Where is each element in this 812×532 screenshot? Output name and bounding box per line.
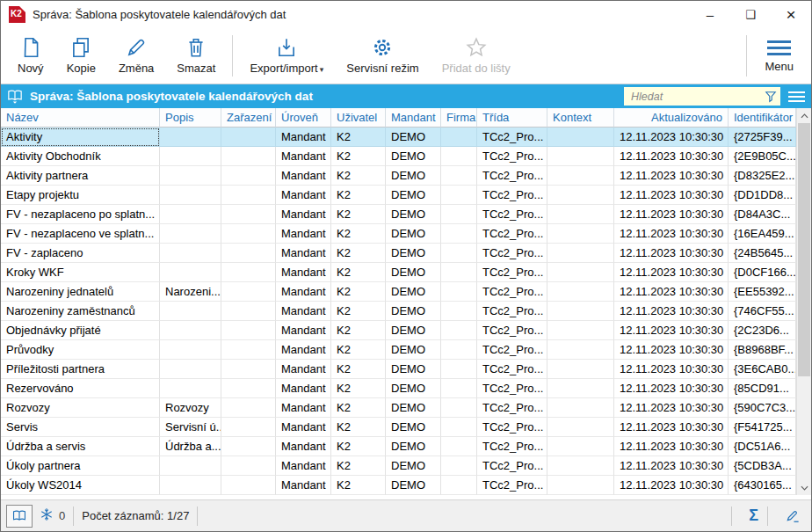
toolbar-button-label: Export/import▾ bbox=[250, 62, 323, 75]
table-row[interactable]: RozvozyRozvozyMandantK2DEMOTCc2_Pro...12… bbox=[1, 398, 796, 418]
cell-uzivatel: K2 bbox=[331, 186, 386, 205]
table-row[interactable]: Etapy projektuMandantK2DEMOTCc2_Pro...12… bbox=[1, 186, 796, 205]
table-row[interactable]: Narozeniny zaměstnancůMandantK2DEMOTCc2_… bbox=[1, 302, 796, 321]
cell-identifikator: {D0CF166... bbox=[729, 263, 796, 282]
book-view-toggle-button[interactable] bbox=[6, 505, 33, 528]
cell-zarazeni bbox=[221, 224, 276, 244]
cell-uroven: Mandant bbox=[276, 437, 331, 456]
table-row[interactable]: Údržba a servisÚdržba a...MandantK2DEMOT… bbox=[1, 437, 796, 456]
column-header-popis[interactable]: Popis bbox=[160, 108, 221, 128]
column-header-nazev[interactable]: Název bbox=[1, 108, 160, 128]
cell-firma bbox=[441, 166, 477, 186]
scrollbar-thumb[interactable] bbox=[798, 123, 810, 376]
cell-trida: TCc2_Pro... bbox=[477, 398, 547, 418]
table-row[interactable]: FV - zaplacenoMandantK2DEMOTCc2_Pro...12… bbox=[1, 244, 796, 263]
toolbar-button-label: Nový bbox=[18, 62, 44, 75]
table-row[interactable]: PrůvodkyMandantK2DEMOTCc2_Pro...12.11.20… bbox=[1, 340, 796, 360]
new-button[interactable]: Nový bbox=[6, 28, 55, 84]
cell-nazev: Aktivity partnera bbox=[1, 166, 160, 186]
table-row[interactable]: FV - nezaplaceno po splatn...MandantK2DE… bbox=[1, 205, 796, 224]
cell-uzivatel: K2 bbox=[331, 456, 386, 476]
table-row[interactable]: Objednávky přijatéMandantK2DEMOTCc2_Pro.… bbox=[1, 321, 796, 340]
cell-aktualizovano: 12.11.2023 10:30:30 bbox=[614, 166, 729, 186]
grid-area: NázevPopisZařazeníÚroveňUživatelMandantF… bbox=[1, 108, 811, 499]
cell-firma bbox=[441, 398, 477, 418]
cell-identifikator: {2E9B05C... bbox=[729, 147, 796, 166]
table-row[interactable]: Úkoly partneraMandantK2DEMOTCc2_Pro...12… bbox=[1, 456, 796, 476]
cell-identifikator: {6430165... bbox=[729, 476, 796, 495]
table-row[interactable]: FV - nezaplaceno ve splatn...MandantK2DE… bbox=[1, 224, 796, 244]
table-row[interactable]: ServisServisní ú...MandantK2DEMOTCc2_Pro… bbox=[1, 418, 796, 437]
column-header-uzivatel[interactable]: Uživatel bbox=[331, 108, 386, 128]
cell-trida: TCc2_Pro... bbox=[477, 186, 547, 205]
table-row[interactable]: Aktivity ObchodníkMandantK2DEMOTCc2_Pro.… bbox=[1, 147, 796, 166]
table-row[interactable]: Narozeniny jednatelůNarozeni...MandantK2… bbox=[1, 282, 796, 302]
cell-popis bbox=[160, 186, 221, 205]
vertical-scrollbar[interactable] bbox=[796, 108, 811, 495]
cell-popis bbox=[160, 321, 221, 340]
menu-button[interactable]: Menu bbox=[752, 28, 806, 84]
cell-mandant: DEMO bbox=[386, 437, 441, 456]
cell-popis bbox=[160, 456, 221, 476]
column-header-aktualizovano[interactable]: Aktualizováno bbox=[614, 108, 729, 128]
cell-uzivatel: K2 bbox=[331, 398, 386, 418]
copy-button[interactable]: Kopie bbox=[55, 28, 107, 84]
column-header-zarazeni[interactable]: Zařazení bbox=[221, 108, 276, 128]
column-header-mandant[interactable]: Mandant bbox=[386, 108, 441, 128]
cell-mandant: DEMO bbox=[386, 476, 441, 495]
scroll-up-icon[interactable] bbox=[797, 108, 811, 123]
add-to-bar-button[interactable]: Přidat do lišty bbox=[431, 28, 522, 84]
column-header-identifikator[interactable]: Identifikátor bbox=[729, 108, 796, 128]
cell-identifikator: {2C23D6... bbox=[729, 321, 796, 340]
book-dropdown-icon[interactable] bbox=[6, 88, 24, 106]
column-header-trida[interactable]: Třída bbox=[477, 108, 547, 128]
pencil-icon bbox=[125, 36, 148, 59]
cell-firma bbox=[441, 302, 477, 321]
table-row[interactable]: Kroky WKFMandantK2DEMOTCc2_Pro...12.11.2… bbox=[1, 263, 796, 282]
service-mode-button[interactable]: Servisní režim bbox=[335, 28, 430, 84]
cell-nazev: Průvodky bbox=[1, 340, 160, 360]
cell-popis bbox=[160, 147, 221, 166]
maximize-button[interactable]: ❑ bbox=[730, 1, 771, 28]
new-document-icon bbox=[19, 36, 42, 59]
snowflake-icon bbox=[40, 507, 54, 524]
cell-aktualizovano: 12.11.2023 10:30:30 bbox=[614, 418, 729, 437]
delete-button[interactable]: Smazat bbox=[165, 28, 227, 84]
cell-uroven: Mandant bbox=[276, 476, 331, 495]
table-row[interactable]: Aktivity partneraMandantK2DEMOTCc2_Pro..… bbox=[1, 166, 796, 186]
export-import-button[interactable]: Export/import▾ bbox=[238, 28, 335, 84]
close-button[interactable]: × bbox=[771, 1, 811, 28]
cell-aktualizovano: 12.11.2023 10:30:30 bbox=[614, 302, 729, 321]
table-row[interactable]: Příležitosti partneraMandantK2DEMOTCc2_P… bbox=[1, 360, 796, 379]
dropdown-caret-icon: ▾ bbox=[320, 65, 324, 74]
search-input[interactable] bbox=[629, 90, 764, 104]
scroll-down-icon[interactable] bbox=[797, 480, 811, 495]
cell-firma bbox=[441, 282, 477, 302]
toolbar-buttons: NovýKopieZměnaSmazatExport/import▾Servis… bbox=[6, 28, 522, 84]
cell-zarazeni bbox=[221, 128, 276, 147]
table-row[interactable]: Úkoly WS2014MandantK2DEMOTCc2_Pro...12.1… bbox=[1, 476, 796, 495]
data-grid: NázevPopisZařazeníÚroveňUživatelMandantF… bbox=[1, 108, 796, 495]
cell-uroven: Mandant bbox=[276, 282, 331, 302]
column-header-uroven[interactable]: Úroveň bbox=[276, 108, 331, 128]
sum-sigma-icon[interactable]: Σ bbox=[740, 506, 767, 525]
grid-menu-icon[interactable] bbox=[788, 91, 805, 102]
filter-funnel-icon[interactable] bbox=[764, 90, 778, 104]
cell-uzivatel: K2 bbox=[331, 147, 386, 166]
minimize-button[interactable]: – bbox=[690, 1, 730, 28]
edit-button[interactable]: Změna bbox=[107, 28, 165, 84]
table-row[interactable]: RezervovánoMandantK2DEMOTCc2_Pro...12.11… bbox=[1, 379, 796, 398]
cell-kontext bbox=[547, 418, 614, 437]
cell-aktualizovano: 12.11.2023 10:30:30 bbox=[614, 224, 729, 244]
cell-mandant: DEMO bbox=[386, 418, 441, 437]
cell-uroven: Mandant bbox=[276, 418, 331, 437]
cell-mandant: DEMO bbox=[386, 321, 441, 340]
star-icon bbox=[465, 36, 488, 59]
table-row[interactable]: AktivityMandantK2DEMOTCc2_Pro...12.11.20… bbox=[1, 128, 796, 147]
cell-mandant: DEMO bbox=[386, 205, 441, 224]
cell-uroven: Mandant bbox=[276, 321, 331, 340]
column-header-kontext[interactable]: Kontext bbox=[547, 108, 614, 128]
column-header-firma[interactable]: Firma bbox=[441, 108, 477, 128]
cell-kontext bbox=[547, 263, 614, 282]
edit-pencil-icon[interactable] bbox=[776, 507, 806, 524]
